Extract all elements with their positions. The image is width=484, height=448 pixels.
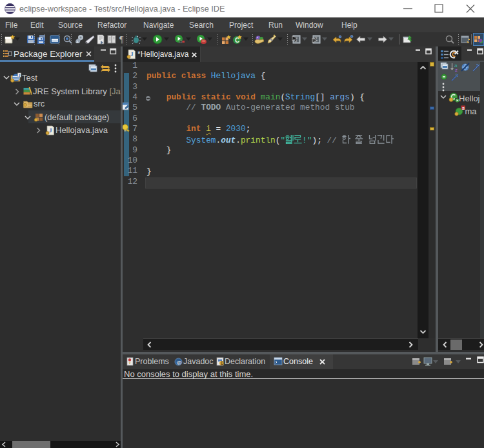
svg-text:@: @ bbox=[177, 360, 182, 365]
svg-text:J: J bbox=[19, 74, 21, 77]
svg-text:J: J bbox=[130, 51, 134, 57]
svg-text:S: S bbox=[462, 107, 465, 110]
svg-text:J: J bbox=[49, 127, 52, 134]
svg-text:¶: ¶ bbox=[119, 35, 124, 45]
svg-text:D: D bbox=[221, 361, 224, 365]
svg-text:z: z bbox=[455, 67, 458, 72]
